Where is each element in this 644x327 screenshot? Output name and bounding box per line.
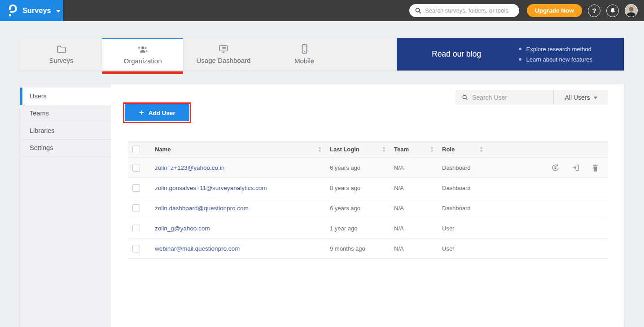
blog-bullet: Learn about new features <box>519 54 592 65</box>
sidebar-item-teams[interactable]: Teams <box>20 105 111 123</box>
user-avatar[interactable] <box>625 4 638 17</box>
sort-icon[interactable] <box>318 146 322 152</box>
user-name-link[interactable]: webinar@mail.questionpro.com <box>155 245 240 252</box>
users-table: Name Last Login Team Role <box>128 141 608 259</box>
add-user-annotation: + Add User <box>123 102 191 123</box>
table-row: zolin_g@yahoo.com 1 year ago N/A User <box>128 218 608 239</box>
organization-tab-annotation <box>102 71 183 74</box>
last-login-value: 6 years ago <box>330 164 360 171</box>
global-search[interactable] <box>409 4 519 17</box>
folder-icon <box>57 44 66 53</box>
tab-organization[interactable]: Organization <box>102 38 183 71</box>
organization-sidebar: Users Teams Libraries Settings <box>20 84 111 327</box>
role-value: Dashboard <box>442 164 471 171</box>
user-name-link[interactable]: zolin.dashboard@questionpro.com <box>155 205 249 212</box>
select-all-checkbox[interactable] <box>132 146 140 153</box>
plus-icon: + <box>139 108 144 117</box>
organization-panel: Users Teams Libraries Settings All Users… <box>20 84 624 327</box>
row-checkbox[interactable] <box>132 245 140 252</box>
user-search-input[interactable] <box>472 94 553 101</box>
table-row: webinar@mail.questionpro.com 9 months ag… <box>128 239 608 259</box>
login-as-user-icon[interactable] <box>571 164 580 172</box>
row-checkbox[interactable] <box>132 164 140 172</box>
blog-bullet-list: Explore research method Learn about new … <box>519 44 592 65</box>
sort-icon[interactable] <box>430 146 434 152</box>
column-header-team[interactable]: Team <box>394 146 409 153</box>
sidebar-item-users[interactable]: Users <box>20 88 111 105</box>
help-button[interactable]: ? <box>588 4 600 17</box>
tab-surveys[interactable]: Surveys <box>20 38 102 71</box>
dashboard-monitor-icon <box>219 44 228 53</box>
global-search-input[interactable] <box>425 7 514 14</box>
search-icon <box>462 94 468 101</box>
user-name-link[interactable]: zolin.gonsalves+11@surveyanalytics.com <box>155 185 267 191</box>
user-search-field[interactable] <box>456 90 553 105</box>
tab-label: Surveys <box>49 57 73 64</box>
user-filter-dropdown[interactable]: All Users <box>553 90 608 105</box>
team-value: N/A <box>394 185 404 191</box>
delete-user-icon[interactable] <box>591 164 599 172</box>
blog-banner-title: Read our blog <box>432 49 481 59</box>
role-value: User <box>442 225 454 232</box>
row-checkbox[interactable] <box>132 204 140 212</box>
product-name: Surveys <box>22 7 51 15</box>
team-value: N/A <box>394 225 404 232</box>
upgrade-now-button[interactable]: Upgrade Now <box>527 4 582 17</box>
search-icon <box>415 7 421 14</box>
add-user-button[interactable]: + Add User <box>125 104 189 121</box>
role-value: Dashboard <box>442 185 471 191</box>
last-login-value: 8 years ago <box>330 185 360 191</box>
last-login-value: 9 months ago <box>330 245 365 252</box>
tab-usage-dashboard[interactable]: Usage Dashboard <box>183 38 264 71</box>
user-name-link[interactable]: zolin_g@yahoo.com <box>155 225 210 232</box>
sidebar-item-settings[interactable]: Settings <box>20 140 111 157</box>
table-row: zolin.dashboard@questionpro.com 6 years … <box>128 198 608 218</box>
section-tabs: Surveys Organization Usage Dashboard <box>20 38 624 71</box>
column-header-name[interactable]: Name <box>155 146 171 153</box>
user-filter-value: All Users <box>565 94 590 101</box>
role-value: Dashboard <box>442 205 471 212</box>
sort-icon[interactable] <box>382 146 386 152</box>
table-row: zolin_z+123@yahoo.co.in 6 years ago N/A … <box>128 158 608 178</box>
role-value: User <box>442 245 454 252</box>
user-search-bar: All Users <box>456 90 608 105</box>
team-value: N/A <box>394 245 404 252</box>
blog-bullet: Explore research method <box>519 44 592 54</box>
tab-label: Organization <box>123 57 162 65</box>
column-header-last-login[interactable]: Last Login <box>330 146 359 153</box>
team-value: N/A <box>394 205 404 212</box>
team-value: N/A <box>394 164 404 171</box>
smartphone-icon <box>301 44 308 54</box>
table-header-row: Name Last Login Team Role <box>128 141 608 158</box>
row-checkbox[interactable] <box>132 184 140 192</box>
product-switcher[interactable]: Surveys <box>0 0 63 21</box>
notifications-button[interactable] <box>606 4 619 17</box>
top-navbar: Surveys Upgrade Now ? <box>0 0 644 21</box>
column-header-role[interactable]: Role <box>442 146 455 153</box>
tab-label: Usage Dashboard <box>197 57 251 64</box>
table-row: zolin.gonsalves+11@surveyanalytics.com 8… <box>128 178 608 198</box>
bell-icon <box>609 7 616 14</box>
chevron-down-icon <box>56 10 61 13</box>
row-checkbox[interactable] <box>132 225 140 232</box>
last-login-value: 6 years ago <box>330 205 360 212</box>
sort-icon[interactable] <box>479 146 483 152</box>
user-name-link[interactable]: zolin_z+123@yahoo.co.in <box>155 164 224 171</box>
read-our-blog-banner[interactable]: Read our blog Explore research method Le… <box>397 38 624 71</box>
last-login-value: 1 year ago <box>330 225 357 232</box>
questionpro-logo-icon <box>7 4 18 18</box>
tab-mobile[interactable]: Mobile <box>264 38 345 71</box>
add-user-group-icon <box>137 45 148 54</box>
sidebar-item-libraries[interactable]: Libraries <box>20 122 111 140</box>
tab-label: Mobile <box>294 57 314 65</box>
reset-password-icon[interactable] <box>551 164 560 172</box>
navbar-right: Upgrade Now ? <box>409 4 644 17</box>
chevron-down-icon <box>594 97 597 99</box>
add-user-label: Add User <box>149 110 175 116</box>
